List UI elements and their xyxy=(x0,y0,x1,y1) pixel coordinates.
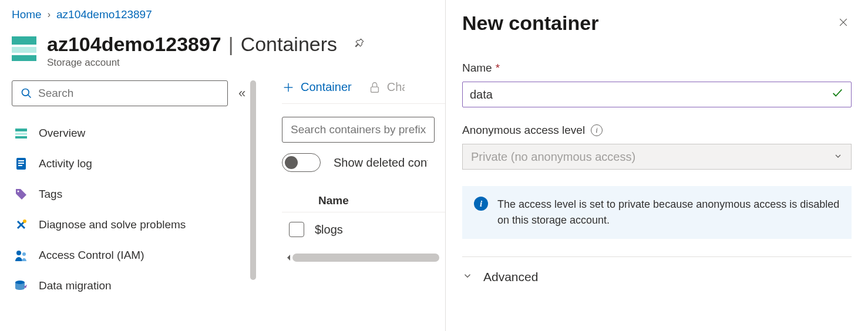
sidebar-item-label: Tags xyxy=(39,188,62,201)
toggle-label: Show deleted containers xyxy=(334,156,428,170)
sidebar-item-diagnose[interactable]: Diagnose and solve problems xyxy=(12,210,258,240)
new-container-panel: New container Name* Anonymous access lev… xyxy=(445,0,868,331)
access-level-select: Private (no anonymous access) xyxy=(462,144,852,170)
svg-rect-16 xyxy=(371,87,378,92)
plus-icon xyxy=(282,81,295,94)
info-banner: i The access level is set to private bec… xyxy=(462,186,852,239)
info-icon[interactable]: i xyxy=(591,124,603,136)
svg-rect-2 xyxy=(15,129,27,131)
advanced-section-toggle[interactable]: Advanced xyxy=(462,256,852,284)
lock-icon xyxy=(368,81,381,94)
name-field[interactable] xyxy=(462,82,852,107)
change-access-button[interactable]: Change access level xyxy=(368,80,405,94)
advanced-label: Advanced xyxy=(483,270,538,284)
chevron-down-icon xyxy=(462,271,473,284)
svg-point-10 xyxy=(23,219,26,223)
collapse-sidebar-icon[interactable]: « xyxy=(238,86,245,101)
access-level-value: Private (no anonymous access) xyxy=(471,150,635,164)
validation-check-icon xyxy=(831,86,844,103)
name-field-label: Name* xyxy=(462,62,852,75)
sidebar-item-label: Diagnose and solve problems xyxy=(39,218,186,231)
title-divider: | xyxy=(228,33,234,56)
show-deleted-toggle[interactable] xyxy=(282,153,321,172)
svg-line-1 xyxy=(28,95,31,98)
close-panel-button[interactable] xyxy=(835,13,852,34)
resource-type: Storage account xyxy=(47,57,365,69)
horizontal-scrollbar[interactable] xyxy=(292,254,439,262)
svg-point-12 xyxy=(22,252,26,256)
resource-name: az104demo123897 xyxy=(47,33,221,56)
svg-point-9 xyxy=(18,191,19,192)
sidebar-search[interactable] xyxy=(12,80,228,106)
sidebar-search-input[interactable] xyxy=(38,87,219,100)
sidebar-item-data-migration[interactable]: Data migration xyxy=(12,271,258,301)
data-migration-icon xyxy=(14,279,28,293)
svg-rect-3 xyxy=(15,133,27,135)
storage-account-icon xyxy=(12,36,36,61)
tags-icon xyxy=(14,187,28,201)
svg-rect-8 xyxy=(18,165,22,166)
breadcrumb-resource[interactable]: az104demo123897 xyxy=(56,8,152,21)
sidebar: « Overview Activity log Tags xyxy=(0,80,258,301)
svg-rect-7 xyxy=(18,163,24,164)
access-control-icon xyxy=(14,248,28,262)
chevron-down-icon xyxy=(833,150,843,164)
panel-title: New container xyxy=(462,12,598,35)
page-title: az104demo123897 | Containers xyxy=(47,33,365,56)
close-icon xyxy=(837,16,849,28)
section-name: Containers xyxy=(241,33,337,56)
svg-point-0 xyxy=(22,89,29,96)
svg-point-11 xyxy=(16,251,21,255)
sidebar-item-access-control[interactable]: Access Control (IAM) xyxy=(12,240,258,271)
info-badge-icon: i xyxy=(474,197,488,211)
name-input[interactable] xyxy=(470,88,831,102)
storage-icon xyxy=(14,126,28,140)
info-banner-text: The access level is set to private becau… xyxy=(497,197,840,228)
sidebar-item-label: Access Control (IAM) xyxy=(39,249,144,262)
pin-icon[interactable] xyxy=(354,37,365,52)
sidebar-item-overview[interactable]: Overview xyxy=(12,118,258,148)
container-search-input[interactable] xyxy=(282,117,435,143)
add-container-button[interactable]: Container xyxy=(282,80,352,94)
sidebar-scrollbar[interactable] xyxy=(250,80,256,280)
access-level-label: Anonymous access level i xyxy=(462,124,852,137)
diagnose-icon xyxy=(14,218,28,232)
sidebar-item-label: Overview xyxy=(39,127,85,140)
toolbar-label: Change access level xyxy=(387,80,405,94)
sidebar-item-label: Activity log xyxy=(39,157,92,170)
sidebar-item-activity-log[interactable]: Activity log xyxy=(12,148,258,179)
svg-rect-6 xyxy=(18,160,24,161)
sidebar-item-tags[interactable]: Tags xyxy=(12,179,258,210)
toolbar-label: Container xyxy=(301,80,352,94)
breadcrumb-home[interactable]: Home xyxy=(12,8,42,21)
container-name: $logs xyxy=(315,223,343,237)
required-indicator: * xyxy=(496,62,500,75)
svg-rect-4 xyxy=(15,136,27,139)
activity-log-icon xyxy=(14,157,28,171)
row-checkbox[interactable] xyxy=(289,222,304,237)
sidebar-item-label: Data migration xyxy=(39,279,112,292)
search-icon xyxy=(21,87,32,99)
chevron-right-icon: › xyxy=(48,9,51,20)
